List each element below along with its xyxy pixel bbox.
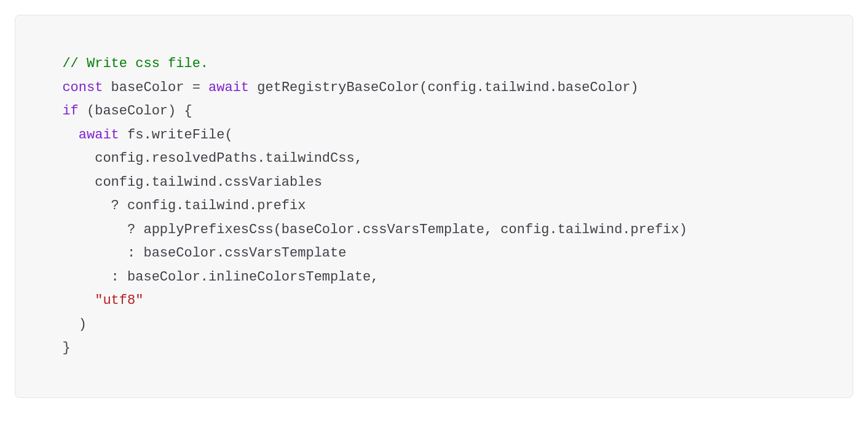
code-token: config.resolvedPaths.tailwindCss, (46, 151, 363, 166)
code-token: ? config.tailwind.prefix (46, 198, 306, 213)
code-line: await fs.writeFile( (46, 124, 822, 148)
code-token: getRegistryBaseColor(config.tailwind.bas… (249, 80, 639, 95)
code-token: : baseColor.inlineColorsTemplate, (46, 269, 379, 285)
code-line: ? applyPrefixesCss(baseColor.cssVarsTemp… (46, 218, 822, 242)
code-token: // Write css file. (62, 56, 208, 71)
code-token (46, 127, 79, 143)
code-line: } (46, 336, 822, 360)
code-token: config.tailwind.cssVariables (46, 175, 322, 190)
code-token (46, 80, 62, 95)
code-line: ? config.tailwind.prefix (46, 194, 822, 218)
code-token: fs.writeFile( (119, 127, 233, 143)
code-token (46, 56, 62, 71)
code-token: "utf8" (95, 293, 143, 308)
code-token: await (79, 127, 119, 143)
code-token: baseColor = (103, 80, 208, 95)
code-token (46, 293, 95, 308)
code-token: await (208, 80, 249, 95)
code-line: const baseColor = await getRegistryBaseC… (46, 76, 822, 100)
code-block: // Write css file. const baseColor = awa… (15, 15, 853, 398)
code-token: : baseColor.cssVarsTemplate (46, 245, 346, 261)
code-line: if (baseColor) { (46, 100, 822, 124)
code-line: // Write css file. (46, 52, 822, 76)
code-token: (baseColor) { (79, 103, 192, 119)
code-line: config.tailwind.cssVariables (46, 171, 822, 195)
code-line: ) (46, 313, 822, 337)
code-token: } (46, 340, 71, 356)
code-token: ? applyPrefixesCss(baseColor.cssVarsTemp… (46, 222, 687, 237)
code-token: const (62, 80, 103, 95)
code-line: : baseColor.cssVarsTemplate (46, 242, 822, 266)
code-line: config.resolvedPaths.tailwindCss, (46, 147, 822, 171)
code-line: "utf8" (46, 289, 822, 313)
code-line: : baseColor.inlineColorsTemplate, (46, 266, 822, 290)
code-token (46, 103, 62, 119)
code-token: ) (46, 317, 87, 332)
code-token: if (62, 103, 78, 119)
